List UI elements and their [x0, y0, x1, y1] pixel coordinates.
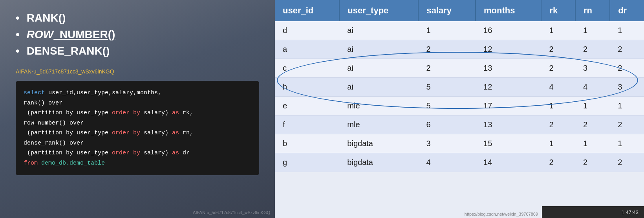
cell-r6-c4: 1: [541, 134, 575, 153]
cell-r2-c2: 2: [418, 59, 476, 78]
table-row: emle517111: [275, 97, 644, 115]
cell-r2-c1: ai: [339, 59, 418, 78]
cell-r0-c5: 1: [575, 21, 610, 40]
cell-r7-c1: bigdata: [339, 153, 418, 172]
cell-r5-c3: 13: [476, 115, 541, 134]
right-panel: user_id user_type salary months rk rn dr…: [275, 0, 644, 218]
cell-r0-c1: ai: [339, 21, 418, 40]
cell-r2-c3: 13: [476, 59, 541, 78]
cell-r3-c0: h: [275, 78, 339, 97]
watermark-link[interactable]: AIFAN-u_5d6717c871cc3_wSxv6inKGQ: [16, 68, 259, 75]
cell-r3-c2: 5: [418, 78, 476, 97]
cell-r0-c0: d: [275, 21, 339, 40]
col-header-user_id: user_id: [275, 0, 339, 21]
data-table: user_id user_type salary months rk rn dr…: [275, 0, 644, 172]
col-header-user_type: user_type: [339, 0, 418, 21]
table-row: fmle613222: [275, 115, 644, 134]
table-row: aai212222: [275, 40, 644, 59]
table-row: hai512443: [275, 78, 644, 97]
bullet-dense-rank-label: DENSE_RANK(): [27, 45, 110, 57]
timestamp: 1:47:43: [622, 209, 639, 215]
bottom-bar: 1:47:43: [542, 206, 644, 218]
cell-r6-c6: 1: [610, 134, 644, 153]
cell-r1-c4: 2: [541, 40, 575, 59]
table-row: cai213232: [275, 59, 644, 78]
cell-r7-c3: 14: [476, 153, 541, 172]
bullet-rank-label: RANK(): [27, 12, 66, 24]
cell-r3-c3: 12: [476, 78, 541, 97]
cell-r1-c1: ai: [339, 40, 418, 59]
cell-r7-c5: 2: [575, 153, 610, 172]
cell-r1-c6: 2: [610, 40, 644, 59]
cell-r2-c6: 2: [610, 59, 644, 78]
cell-r6-c0: b: [275, 134, 339, 153]
cell-r0-c6: 1: [610, 21, 644, 40]
cell-r1-c3: 12: [476, 40, 541, 59]
cell-r7-c0: g: [275, 153, 339, 172]
cell-r3-c4: 4: [541, 78, 575, 97]
cell-r4-c2: 5: [418, 97, 476, 115]
cell-r4-c6: 1: [610, 97, 644, 115]
cell-r2-c0: c: [275, 59, 339, 78]
cell-r1-c2: 2: [418, 40, 476, 59]
cell-r5-c4: 2: [541, 115, 575, 134]
bullet-item-row-number: ROW_NUMBER(): [16, 28, 259, 41]
table-header-row: user_id user_type salary months rk rn dr: [275, 0, 644, 21]
bullet-list: RANK() ROW_NUMBER() DENSE_RANK(): [16, 12, 259, 61]
cell-r1-c0: a: [275, 40, 339, 59]
cell-r1-c5: 2: [575, 40, 610, 59]
cell-r4-c4: 1: [541, 97, 575, 115]
cell-r5-c0: f: [275, 115, 339, 134]
table-row: bbigdata315111: [275, 134, 644, 153]
cell-r7-c2: 4: [418, 153, 476, 172]
bottom-watermark: AIFAN-u_5d6717c871cc3_wSxv6inKGQ: [193, 210, 270, 215]
col-header-dr: dr: [610, 0, 644, 21]
cell-r2-c4: 2: [541, 59, 575, 78]
cell-r6-c5: 1: [575, 134, 610, 153]
cell-r4-c0: e: [275, 97, 339, 115]
cell-r6-c2: 3: [418, 134, 476, 153]
table-row: dai116111: [275, 21, 644, 40]
cell-r7-c6: 2: [610, 153, 644, 172]
cell-r3-c6: 3: [610, 78, 644, 97]
left-panel: RANK() ROW_NUMBER() DENSE_RANK() AIFAN-u…: [0, 0, 275, 218]
cell-r0-c2: 1: [418, 21, 476, 40]
cell-r5-c6: 2: [610, 115, 644, 134]
cell-r2-c5: 3: [575, 59, 610, 78]
col-header-months: months: [476, 0, 541, 21]
bottom-url: https://blog.csdn.net/weixin_39767869: [465, 212, 538, 216]
code-block: select user_id,user_type,salary,months, …: [16, 81, 259, 175]
cell-r6-c3: 15: [476, 134, 541, 153]
cell-r4-c5: 1: [575, 97, 610, 115]
cell-r3-c5: 4: [575, 78, 610, 97]
cell-r5-c1: mle: [339, 115, 418, 134]
cell-r5-c2: 6: [418, 115, 476, 134]
col-header-rn: rn: [575, 0, 610, 21]
cell-r0-c3: 16: [476, 21, 541, 40]
col-header-rk: rk: [541, 0, 575, 21]
cell-r0-c4: 1: [541, 21, 575, 40]
col-header-salary: salary: [418, 0, 476, 21]
table-row: gbigdata414222: [275, 153, 644, 172]
cell-r7-c4: 2: [541, 153, 575, 172]
bullet-row-number-label: ROW_NUMBER(): [27, 28, 115, 41]
cell-r4-c3: 17: [476, 97, 541, 115]
bullet-item-dense-rank: DENSE_RANK(): [16, 45, 259, 57]
bullet-item-rank: RANK(): [16, 12, 259, 24]
cell-r6-c1: bigdata: [339, 134, 418, 153]
cell-r4-c1: mle: [339, 97, 418, 115]
cell-r3-c1: ai: [339, 78, 418, 97]
cell-r5-c5: 2: [575, 115, 610, 134]
